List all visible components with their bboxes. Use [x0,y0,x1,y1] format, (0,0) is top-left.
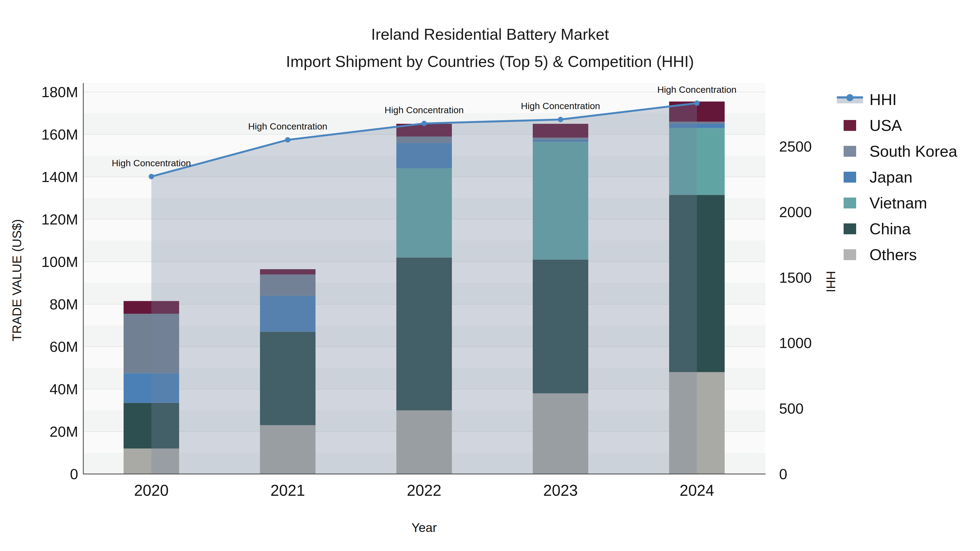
legend-item-south-korea: South Korea [835,138,957,164]
hhi-marker-2024 [694,100,700,106]
x-tick-2021: 2021 [270,482,305,499]
hhi-marker-2022 [422,121,427,126]
legend-item-china: China [835,216,957,241]
legend-label-usa: USA [869,116,902,134]
y-right-tick-2000: 2000 [779,204,812,220]
y-left-tick-60M: 60M [49,338,78,355]
figure-canvas: { "title": { "line1": "Ireland Residenti… [0,0,980,551]
legend-label-others: Others [869,245,917,264]
others-swatch-icon [835,249,865,260]
y-left-tick-40M: 40M [49,381,78,397]
legend-label-china: China [869,219,911,238]
legend-item-japan: Japan [835,164,957,190]
y-left-tick-80M: 80M [49,296,78,312]
legend-label-south-korea: South Korea [869,142,957,160]
y-left-tick-160M: 160M [41,126,78,143]
legend-item-hhi: HHI [835,87,957,113]
x-tick-2022: 2022 [407,482,442,499]
y-right-tick-1000: 1000 [779,335,812,351]
y-left-tick-120M: 120M [41,211,78,227]
chart-title-line-1: Ireland Residential Battery Market [371,25,609,43]
y-right-tick-0: 0 [779,466,787,482]
y-left-tick-20M: 20M [49,423,78,440]
y-right-tick-500: 500 [779,400,803,417]
y-right-tick-1500: 1500 [779,269,812,286]
japan-swatch-icon [835,172,865,183]
vietnam-swatch-icon [835,197,865,208]
annotation-2022: High Concentration [384,105,464,115]
annotation-2020: High Concentration [111,158,191,168]
hhi-marker-2021 [285,137,290,143]
x-tick-2020: 2020 [134,482,169,499]
y-axis-right-title: HHI [824,271,838,292]
legend: HHI USA South Korea Japan Vietnam China [835,87,957,267]
y-left-tick-140M: 140M [41,169,78,185]
y-left-tick-100M: 100M [41,254,78,270]
annotation-2024: High Concentration [657,84,737,95]
y-left-tick-180M: 180M [41,84,78,100]
x-axis-title: Year [412,520,437,535]
hhi-area-fill [151,103,697,474]
legend-label-japan: Japan [869,168,913,186]
hhi-marker-2023 [558,117,563,122]
annotation-2023: High Concentration [521,101,600,111]
y-right-tick-2500: 2500 [779,138,812,154]
south-korea-swatch-icon [835,146,865,157]
legend-item-others: Others [835,241,957,267]
hhi-marker-2020 [149,174,154,179]
usa-swatch-icon [835,120,865,131]
chart-title-line-2: Import Shipment by Countries (Top 5) & C… [286,52,694,70]
x-tick-2024: 2024 [680,482,714,499]
hhi-line-icon [835,94,865,105]
x-tick-2023: 2023 [543,482,578,499]
legend-label-hhi: HHI [869,91,897,109]
y-axis-left-title: TRADE VALUE (US$) [10,219,24,341]
legend-item-vietnam: Vietnam [835,190,957,216]
annotation-2021: High Concentration [248,121,327,132]
legend-item-usa: USA [835,113,957,138]
y-left-tick-0: 0 [70,466,78,482]
legend-label-vietnam: Vietnam [869,194,927,212]
china-swatch-icon [835,223,865,234]
